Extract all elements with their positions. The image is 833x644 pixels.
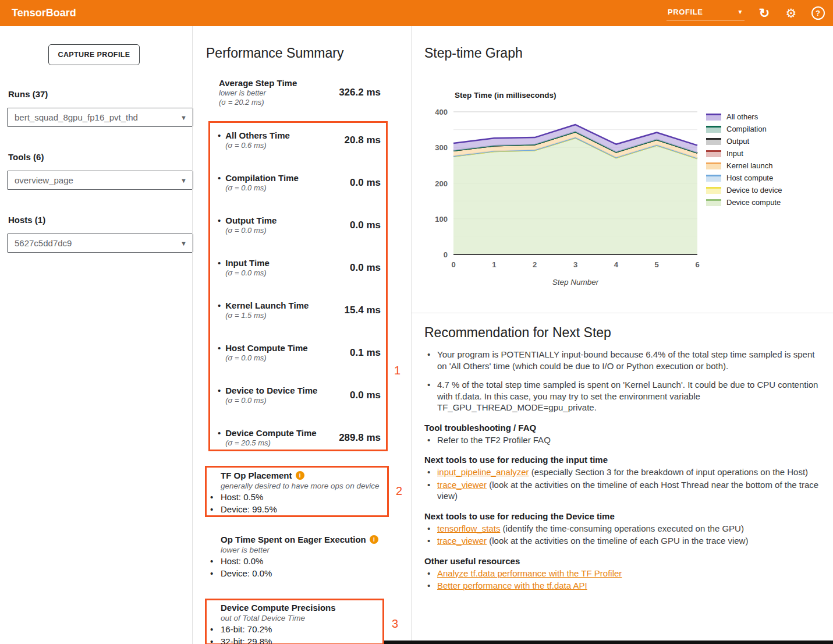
legend-label: Device to device [726,186,782,194]
refresh-icon: ↻ [759,7,770,20]
svg-text:2: 2 [533,260,537,269]
list-item: Refer to the TF2 Profiler FAQ [424,434,824,446]
list-item: input_pipeline_analyzer (especially Sect… [424,466,824,478]
tensorflow-stats-link[interactable]: tensorflow_stats [437,523,500,533]
step-time-panel: Step-time Graph 01002003004000123456Step… [411,26,833,644]
bullet-icon: • [218,258,221,278]
chevron-down-icon: ▼ [180,177,187,184]
list-item: trace_viewer (look at the activities on … [424,479,824,502]
precision-32bit: 32-bit: 29.8% [210,636,391,644]
list-item-text: Refer to the TF2 Profiler FAQ [437,435,551,445]
metric-sigma: (σ = 0.0 ms) [225,183,299,193]
help-icon: ? [811,6,825,20]
average-step-time-row: Average Step Time lower is better (σ = 2… [219,78,381,107]
legend-label: Device compute [726,198,781,207]
eager-title: Op Time Spent on Eager Execution [221,535,366,544]
metric-label: Kernel Launch Time [225,300,309,311]
performance-summary-panel: Performance Summary Average Step Time lo… [192,26,412,644]
svg-text:5: 5 [655,260,659,269]
section-heading: Next tools to use for reducing the Devic… [424,511,824,521]
metric-label: Compilation Time [225,173,299,183]
info-icon[interactable]: i [296,471,304,480]
svg-text:0: 0 [451,260,455,269]
settings-button[interactable]: ⚙ [784,6,798,20]
legend-swatch-output [706,138,721,145]
list-item-text: (identify the time-consuming operations … [500,523,744,533]
svg-text:100: 100 [435,215,448,224]
runs-dropdown[interactable]: bert_squad_8gpu_fp16_pvt_thd ▼ [7,108,193,127]
recommendation-title: Recommendation for Next Step [424,325,824,341]
metric-row: • Output Time (σ = 0.0 ms) 0.0 ms [218,215,381,235]
bottom-scroll-edge [384,641,833,644]
legend-swatch-compilation [706,126,721,133]
refresh-button[interactable]: ↻ [757,6,771,20]
recommendation-bullet: Your program is POTENTIALLY input-bound … [424,349,824,371]
tf-op-placement-title: TF Op Placement [221,470,292,480]
metric-value: 0.1 ms [350,347,381,359]
svg-text:Step Number: Step Number [552,278,599,286]
list-item: Analyze tf.data performance with the TF … [424,568,824,579]
legend-swatch-all-others [706,114,721,121]
metric-sigma: (σ = 20.2 ms) [219,98,297,107]
metric-value: 0.0 ms [350,390,381,401]
bullet-icon: • [218,428,221,448]
annotation-number-2: 2 [396,484,402,498]
metric-label: Device Compute Time [225,428,316,438]
legend-swatch-device-compute [706,199,721,206]
metric-value: 15.4 ms [345,305,381,316]
capture-profile-button[interactable]: CAPTURE PROFILE [48,44,140,65]
metric-value: 0.0 ms [350,262,381,274]
svg-text:Step Time (in milliseconds): Step Time (in milliseconds) [455,91,556,100]
tools-dropdown[interactable]: overview_page ▼ [7,171,193,190]
svg-text:400: 400 [435,108,448,116]
hosts-label: Hosts (1) [8,215,45,225]
annotation-number-3: 3 [392,617,398,631]
runs-dropdown-value: bert_squad_8gpu_fp16_pvt_thd [15,112,138,122]
step-time-chart: 01002003004000123456Step Time (in millis… [426,87,705,291]
list-item: tensorflow_stats (identify the time-cons… [424,523,824,535]
legend-label: Host compute [726,174,773,182]
section-heading: Tool troubleshooting / FAQ [424,423,824,433]
bullet-icon: • [218,130,221,150]
dashboard-select-value: PROFILE [668,8,703,16]
dashboard-select[interactable]: PROFILE ▼ [667,6,745,20]
svg-text:6: 6 [695,260,699,269]
trace-viewer-link[interactable]: trace_viewer [437,536,487,546]
tf-op-placement-note: generally desired to have more ops on de… [221,482,391,490]
precisions-block: Device Compute Precisions out of Total D… [205,603,391,644]
legend-label: Kernel launch [726,161,773,170]
hosts-dropdown[interactable]: 5627c5dd7dc9 ▼ [7,233,193,253]
sidebar: CAPTURE PROFILE Runs (37) bert_squad_8gp… [0,26,192,644]
metric-row: • Host Compute Time (σ = 0.0 ms) 0.1 ms [218,343,381,363]
legend-item: Kernel launch [706,160,782,172]
metric-sigma: (σ = 0.0 ms) [225,268,270,278]
metric-row: • Input Time (σ = 0.0 ms) 0.0 ms [218,258,381,278]
legend-label: All others [726,112,758,121]
legend-item: Device to device [706,184,782,196]
legend-swatch-kernel-launch [706,162,721,169]
input-pipeline-analyzer-link[interactable]: input_pipeline_analyzer [437,467,529,477]
runs-label: Runs (37) [8,89,48,99]
metric-row: • Compilation Time (σ = 0.0 ms) 0.0 ms [218,173,381,193]
performance-summary-title: Performance Summary [206,45,343,61]
analyze-tfdata-link[interactable]: Analyze tf.data performance with the TF … [437,568,622,578]
list-item-text: (especially Section 3 for the breakdown … [529,467,808,477]
metric-sigma: (σ = 0.0 ms) [225,226,277,235]
bullet-icon: • [218,300,221,320]
help-button[interactable]: ? [811,6,825,20]
legend-swatch-device-to-device [706,187,721,194]
svg-text:0: 0 [444,250,448,259]
better-performance-link[interactable]: Better performance with the tf.data API [437,581,587,590]
bullet-icon: • [218,215,221,235]
info-icon[interactable]: i [370,535,378,544]
legend-label: Compilation [726,125,767,133]
metric-sigma: (σ = 0.0 ms) [225,353,307,363]
metric-value: 0.0 ms [350,220,381,231]
trace-viewer-link[interactable]: trace_viewer [437,480,487,490]
metric-sigma: (σ = 0.0 ms) [225,396,317,405]
legend-item: Input [706,147,782,160]
metric-label: Device to Device Time [225,385,317,396]
metric-row: • All Others Time (σ = 0.6 ms) 20.8 ms [218,130,381,150]
svg-text:200: 200 [435,179,448,188]
svg-text:1: 1 [492,260,496,269]
